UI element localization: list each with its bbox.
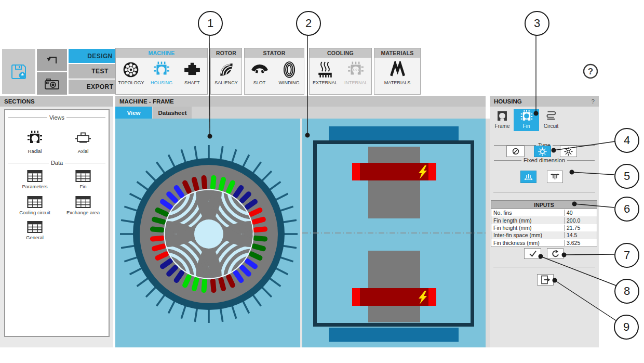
axial-view-pane[interactable] — [302, 119, 486, 347]
housing-panel-title: HOUSING — [494, 98, 522, 105]
no-fins-value[interactable]: 40 — [564, 210, 597, 216]
table-icon — [75, 170, 91, 182]
callout-8: 8 — [614, 279, 639, 304]
view-scroll-strip[interactable] — [486, 119, 490, 347]
ribbon-item-external[interactable]: EXTERNAL — [310, 61, 341, 85]
ribbon-item-topology[interactable]: TOPOLOGY — [116, 61, 146, 85]
view-axial-item[interactable]: Axial — [60, 130, 106, 154]
endcap-top — [329, 126, 459, 140]
fixed-dimension-divider: Fixed dimension — [494, 157, 595, 163]
ribbon-group-materials: MATERIALS MATERIALS — [374, 48, 421, 95]
screenshot-button[interactable] — [37, 72, 67, 95]
ribbon-item-shaft[interactable]: SHAFT — [177, 61, 207, 85]
data-parameters-item[interactable]: Parameters — [11, 170, 58, 189]
housing-tab-fin[interactable]: Fin — [514, 109, 539, 131]
tab-datasheet[interactable]: Datasheet — [153, 107, 192, 119]
winding-bar-top — [352, 163, 436, 180]
section-separator — [493, 267, 595, 267]
data-divider: Data — [8, 160, 105, 166]
fin-type-radial-button[interactable] — [534, 146, 551, 157]
fin-type-axial-button[interactable] — [560, 146, 577, 157]
ribbon-item-saliency[interactable]: SALIENCY — [211, 61, 242, 85]
group-title-stator: STATOR — [245, 48, 304, 58]
housing-tab-circuit[interactable]: Circuit — [539, 109, 563, 131]
apply-button[interactable] — [524, 248, 541, 259]
group-title-rotor: ROTOR — [211, 48, 242, 58]
fin-height-fixed-icon — [524, 173, 533, 181]
callout-5: 5 — [614, 164, 639, 189]
winding-icon — [280, 61, 298, 79]
section-separator — [493, 192, 595, 192]
fin-icon — [520, 110, 533, 122]
sections-title: SECTIONS — [0, 96, 113, 107]
endcap-bottom — [329, 328, 459, 342]
no-fins-icon — [512, 147, 520, 155]
axial-view-icon — [75, 130, 91, 147]
housing-icon — [153, 61, 170, 79]
slot-icon — [251, 61, 269, 79]
axial-machine-drawing — [302, 119, 486, 347]
group-title-materials: MATERIALS — [374, 48, 420, 58]
ribbon-group-rotor: ROTOR SALIENCY — [210, 48, 242, 95]
inputs-table: INPUTS No. fins40 Fin length (mm)200.0 F… — [491, 200, 597, 247]
save-button[interactable]: * — [2, 49, 35, 94]
housing-tab-frame[interactable]: Frame — [491, 109, 514, 131]
stator-core-bottom — [368, 251, 420, 322]
callout-4: 4 — [614, 128, 639, 153]
reset-button[interactable] — [547, 248, 564, 259]
callout-1: 1 — [198, 11, 223, 36]
stator-core-top — [368, 147, 420, 218]
table-row: Fin thickness (mm)3.625 — [491, 239, 597, 247]
callout-6: 6 — [614, 197, 639, 222]
help-icon: ? — [582, 63, 599, 80]
ribbon-item-housing[interactable]: HOUSING — [146, 61, 177, 85]
app-window: 1 2 3 4 5 6 7 8 9 * DES — [0, 0, 644, 363]
undo-arrow-button[interactable] — [37, 49, 67, 71]
sections-panel: SECTIONS Views Radial — [0, 96, 113, 347]
views-divider: Views — [8, 114, 105, 121]
fixed-fin-space-button[interactable] — [547, 171, 563, 183]
inter-fin-space-value[interactable]: 14.5 — [564, 232, 597, 238]
ribbon-item-winding[interactable]: WINDING — [274, 61, 304, 85]
panel-help-button[interactable]: ? — [592, 98, 595, 105]
view-radial-item[interactable]: Radial — [11, 130, 58, 154]
data-fin-item[interactable]: Fin — [60, 170, 106, 189]
checkmark-icon — [528, 250, 538, 257]
table-row: Inter-fin space (mm)14.5 — [491, 231, 597, 239]
fin-length-value[interactable]: 200.0 — [564, 217, 597, 224]
axial-fins-icon — [564, 147, 573, 156]
tab-view[interactable]: View — [115, 107, 152, 119]
ribbon-item-internal[interactable]: INTERNAL — [341, 61, 372, 85]
radial-machine-drawing — [115, 119, 300, 347]
ribbon-item-slot[interactable]: SLOT — [245, 61, 274, 85]
table-row: No. fins40 — [491, 209, 597, 216]
circuit-icon — [544, 110, 558, 122]
external-cooling-icon — [316, 61, 334, 79]
svg-text:?: ? — [588, 67, 593, 76]
radial-fins-icon — [538, 147, 547, 156]
fin-type-none-button[interactable] — [506, 146, 525, 157]
group-title-machine: MACHINE — [116, 48, 207, 58]
fin-thickness-value[interactable]: 3.625 — [564, 240, 597, 246]
table-icon — [27, 221, 43, 233]
sections-box: Views Radial — [4, 109, 110, 337]
fixed-fin-height-button[interactable] — [520, 171, 536, 183]
data-cooling-circuit-item[interactable]: Cooling circuit — [11, 196, 58, 215]
radial-view-pane[interactable] — [115, 119, 300, 347]
main-view-title: MACHINE - FRAME — [115, 96, 486, 107]
inputs-table-header: INPUTS — [491, 201, 597, 209]
frame-icon — [495, 110, 509, 122]
help-button[interactable]: ? — [582, 63, 599, 80]
table-row: Fin length (mm)200.0 — [491, 216, 597, 224]
group-title-cooling: COOLING — [310, 48, 371, 58]
ribbon-item-materials[interactable]: MATERIALS — [382, 61, 413, 85]
fin-height-value[interactable]: 21.75 — [564, 225, 597, 231]
export-view-button[interactable] — [537, 274, 554, 286]
materials-icon — [388, 61, 406, 79]
save-icon: * — [10, 63, 28, 81]
data-general-item[interactable]: General — [11, 221, 58, 240]
data-exchange-area-item[interactable]: Exchange area — [60, 196, 106, 215]
radial-view-icon — [26, 130, 43, 147]
callout-7: 7 — [614, 243, 639, 268]
winding-bar-bottom — [352, 288, 436, 306]
